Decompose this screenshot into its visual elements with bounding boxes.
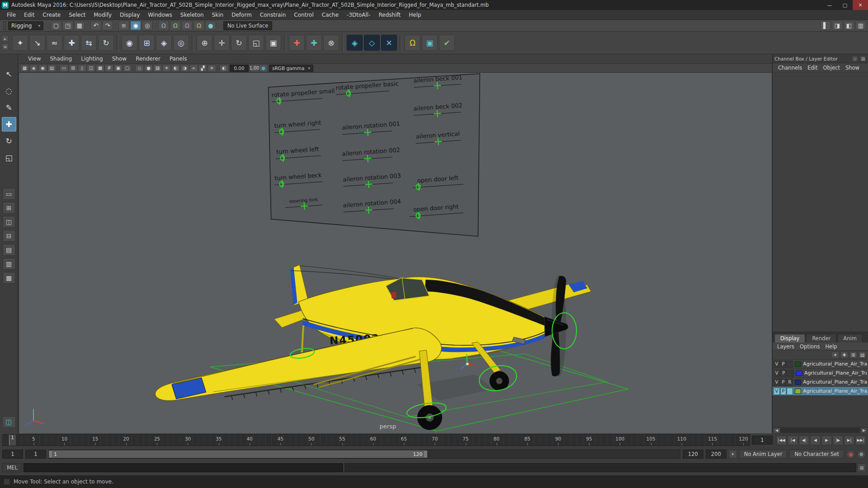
cb-menu-edit[interactable]: Edit	[806, 65, 819, 71]
tab-render[interactable]: Render	[806, 334, 836, 343]
exposure-field[interactable]: 0.00	[230, 65, 249, 72]
point-constraint-icon[interactable]: ⊕	[197, 35, 212, 51]
script-editor-icon[interactable]: ▤	[858, 464, 866, 472]
menu-edit[interactable]: Edit	[20, 12, 38, 18]
layer-menu-help[interactable]: Help	[823, 343, 839, 350]
rig-slider-handle[interactable]	[365, 181, 373, 188]
step-back-frame-button[interactable]: |◀	[788, 436, 798, 445]
playback-end-field[interactable]: 120	[683, 450, 703, 459]
rig-slider-handle[interactable]	[364, 155, 372, 163]
snap-point-icon[interactable]: Ω	[182, 21, 193, 30]
layout-two-pane-side-icon[interactable]: ◫	[3, 216, 15, 228]
view-transform-dropdown[interactable]: sRGB gamma ▾	[269, 65, 313, 72]
layer-name[interactable]: Agricultural_Plane_Air_Tracto	[803, 388, 867, 394]
rotate-tool-icon[interactable]: ↻	[2, 134, 16, 148]
snap-curve-icon[interactable]: Ω	[170, 21, 181, 30]
vp-menu-panels[interactable]: Panels	[165, 56, 191, 62]
layer-playback-toggle[interactable]: P	[780, 379, 787, 386]
hypershade-icon[interactable]: ▣	[422, 35, 438, 51]
rig-slider-handle[interactable]	[434, 110, 441, 117]
select-camera-icon[interactable]: ▦	[20, 65, 29, 72]
layer-color-swatch[interactable]	[795, 389, 801, 394]
camera-attributes-icon[interactable]: ◉	[38, 65, 47, 72]
toggle-tool-settings-icon[interactable]: ◧	[844, 21, 854, 30]
shelf-tabs-toggle-icon[interactable]: ▸	[2, 35, 9, 42]
nconstraint-icon[interactable]: ✕	[381, 35, 397, 51]
select-hierarchy-icon[interactable]: ≡	[118, 21, 129, 30]
image-plane-icon[interactable]: ▭	[60, 65, 68, 72]
insert-joint-icon[interactable]: ✚	[64, 35, 80, 51]
layer-playback-toggle[interactable]: P	[780, 388, 787, 395]
safe-title-icon[interactable]: ▢	[123, 65, 132, 72]
statusline-separator[interactable]: ⋮	[114, 21, 118, 30]
wrap-deformer-icon[interactable]: ◈	[156, 35, 172, 51]
orient-joint-icon[interactable]: ↻	[98, 35, 114, 51]
ik-handle-icon[interactable]: ↘	[29, 35, 45, 51]
playback-start-field[interactable]: 1	[25, 450, 46, 459]
vp-menu-show[interactable]: Show	[108, 56, 131, 62]
rig-slider-handle[interactable]	[434, 138, 442, 145]
shaded-icon[interactable]: ●	[144, 65, 153, 72]
tab-display[interactable]: Display	[774, 334, 805, 343]
layer-name[interactable]: Agricultural_Plane_Air_Tracto	[803, 361, 867, 367]
cb-menu-channels[interactable]: Channels	[776, 65, 804, 71]
lock-camera-icon[interactable]: ◈	[29, 65, 38, 72]
range-menu-icon[interactable]: ▾	[729, 450, 737, 458]
shelf-menu-icon[interactable]: ≡	[2, 43, 9, 50]
step-forward-frame-button[interactable]: ▶|	[844, 436, 854, 445]
vp-menu-renderer[interactable]: Renderer	[132, 56, 165, 62]
shadows-icon[interactable]: ◐	[171, 65, 180, 72]
menu-help[interactable]: Help	[405, 12, 425, 18]
open-scene-icon[interactable]: ◳	[62, 21, 73, 30]
animation-preferences-icon[interactable]: ⚙	[857, 450, 866, 459]
detach-skin-icon[interactable]: ✚	[306, 35, 322, 51]
menu-skin[interactable]: Skin	[208, 12, 228, 18]
command-line-mode-button[interactable]: MEL	[2, 463, 22, 472]
layer-visibility-toggle[interactable]: V	[774, 361, 780, 368]
viewport-canvas[interactable]: N45002	[19, 73, 772, 433]
select-component-icon[interactable]: ◎	[142, 21, 153, 30]
toggle-modeling-toolkit-icon[interactable]: ▌	[820, 21, 831, 30]
layer-display-type-toggle[interactable]	[787, 388, 793, 395]
auto-key-icon[interactable]: ●	[846, 450, 855, 459]
move-layer-icon[interactable]: ✦	[831, 352, 839, 358]
scale-tool-icon[interactable]: ◱	[2, 150, 16, 165]
layer-display-type-toggle[interactable]: R	[787, 379, 793, 386]
layout-three-pane-icon[interactable]: ▤	[3, 244, 15, 256]
soft-mod-icon[interactable]: ◎	[173, 35, 189, 51]
menu-create[interactable]: Create	[38, 12, 65, 18]
rig-slider-handle[interactable]	[365, 206, 373, 214]
menu-set-selector[interactable]: Rigging ▾	[8, 21, 43, 30]
range-slider-track[interactable]: 1 120	[48, 450, 680, 459]
layer-playback-toggle[interactable]: P	[780, 370, 787, 377]
mel-command-input[interactable]	[24, 463, 343, 472]
live-surface-field[interactable]: No Live Surface	[223, 21, 272, 30]
go-to-start-button[interactable]: |◀◀	[776, 436, 787, 445]
layer-display-type-toggle[interactable]	[787, 370, 793, 377]
current-frame-field[interactable]: 1	[752, 436, 773, 445]
resolution-gate-icon[interactable]: ◫	[87, 65, 95, 72]
menu-cache[interactable]: Cache	[318, 12, 343, 18]
play-backwards-button[interactable]: ◀	[810, 436, 821, 445]
layer-display-type-toggle[interactable]	[787, 361, 793, 368]
layer-visibility-toggle[interactable]: V	[774, 379, 780, 386]
cb-menu-object[interactable]: Object	[821, 65, 842, 71]
orient-constraint-icon[interactable]: ↻	[231, 35, 247, 51]
layer-color-swatch[interactable]	[796, 371, 802, 376]
mirror-skin-weights-icon[interactable]: ⊗	[323, 35, 339, 51]
layer-menu-options[interactable]: Options	[798, 343, 821, 350]
save-scene-icon[interactable]: ▦	[74, 21, 85, 30]
animation-start-field[interactable]: 1	[2, 450, 23, 459]
vp-menu-lighting[interactable]: Lighting	[77, 56, 107, 62]
layer-visibility-toggle[interactable]: V	[774, 370, 780, 377]
menu-modify[interactable]: Modify	[90, 12, 116, 18]
ncloth-icon[interactable]: ◈	[347, 35, 363, 51]
toggle-channel-box-icon[interactable]: ▥	[855, 21, 866, 30]
layout-hypershade-persp-icon[interactable]: ▦	[3, 272, 15, 284]
layout-two-pane-stacked-icon[interactable]: ⊟	[3, 230, 15, 242]
wireframe-icon[interactable]: ◇	[135, 65, 144, 72]
layer-row[interactable]: V P Agricultural_Plane_Air_Trac	[773, 369, 868, 378]
snap-grid-icon[interactable]: Ω	[158, 21, 169, 30]
rig-slider-handle[interactable]	[434, 82, 441, 89]
snap-plane-icon[interactable]: Ω	[193, 21, 204, 30]
